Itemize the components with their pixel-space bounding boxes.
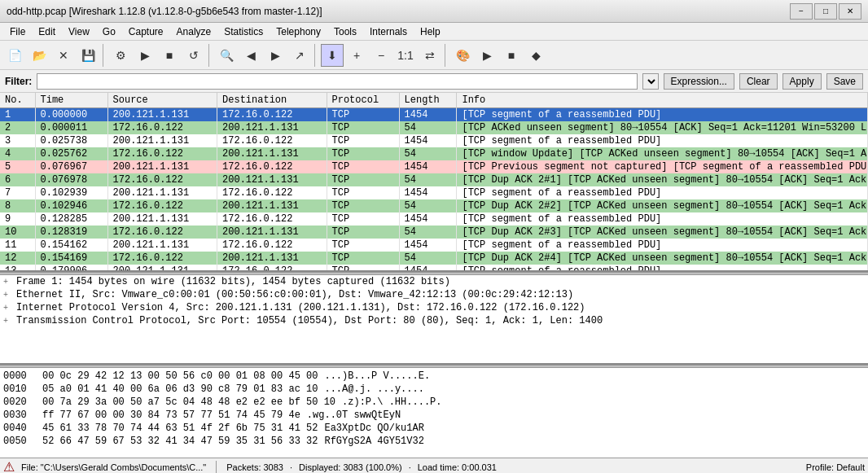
- clear-button[interactable]: Clear: [739, 73, 778, 90]
- detail-row[interactable]: + Frame 1: 1454 bytes on wire (11632 bit…: [0, 275, 868, 288]
- menu-statistics[interactable]: Statistics: [217, 24, 270, 39]
- ignore-button[interactable]: ■: [500, 44, 523, 67]
- save-button[interactable]: 💾: [77, 44, 99, 67]
- menu-tools[interactable]: Tools: [327, 24, 363, 39]
- title-text: odd-http.pcap [Wireshark 1.12.8 (v1.12.8…: [7, 6, 322, 17]
- expand-icon: +: [3, 317, 16, 326]
- detail-row[interactable]: + Ethernet II, Src: Vmware_c0:00:01 (00:…: [0, 288, 868, 301]
- table-row[interactable]: 30.025738200.121.1.131172.16.0.122TCP145…: [0, 134, 868, 147]
- find-packet-button[interactable]: 🔍: [215, 44, 238, 67]
- table-row[interactable]: 20.000011172.16.0.122200.121.1.131TCP54[…: [0, 121, 868, 134]
- packet-list: No. Time Source Destination Protocol Len…: [0, 93, 868, 272]
- window-controls: − □ ✕: [790, 3, 861, 20]
- menu-help[interactable]: Help: [414, 24, 447, 39]
- table-row[interactable]: 60.076978172.16.0.122200.121.1.131TCP54[…: [0, 173, 868, 186]
- table-row[interactable]: 120.154169172.16.0.122200.121.1.131TCP54…: [0, 252, 868, 265]
- next-packet-button[interactable]: ▶: [264, 44, 287, 67]
- table-row[interactable]: 10.000000200.121.1.131172.16.0.122TCP145…: [0, 108, 868, 122]
- table-row[interactable]: 70.102939200.121.1.131172.16.0.122TCP145…: [0, 186, 868, 199]
- prev-packet-button[interactable]: ◀: [239, 44, 262, 67]
- hex-offset: 0030: [3, 409, 36, 421]
- hex-bytes: 45 61 33 78 70 74 44 63 51 4f 2f 6b 75 3…: [42, 423, 318, 434]
- status-sep-1: [216, 461, 217, 474]
- menu-go[interactable]: Go: [96, 24, 122, 39]
- table-row[interactable]: 110.154162200.121.1.131172.16.0.122TCP14…: [0, 239, 868, 252]
- menu-bar: File Edit View Go Capture Analyze Statis…: [0, 23, 868, 41]
- hex-offset: 0050: [3, 436, 36, 447]
- col-info[interactable]: Info: [457, 93, 868, 108]
- table-row[interactable]: 90.128285200.121.1.131172.16.0.122TCP145…: [0, 212, 868, 226]
- hex-bytes: 00 7a 29 3a 00 50 a7 5c 04 48 48 e2 e2 e…: [42, 396, 335, 408]
- load-time: Load time: 0:00.031: [418, 462, 497, 472]
- filter-input[interactable]: [37, 73, 637, 90]
- zoom-out-button[interactable]: −: [370, 44, 392, 67]
- detail-row[interactable]: + Internet Protocol Version 4, Src: 200.…: [0, 301, 868, 314]
- new-capture-button[interactable]: 📄: [3, 44, 26, 67]
- start-capture-button[interactable]: ▶: [134, 44, 156, 67]
- minimize-button[interactable]: −: [790, 3, 813, 20]
- col-time[interactable]: Time: [35, 93, 107, 108]
- maximize-button[interactable]: □: [814, 3, 837, 20]
- detail-text: Ethernet II, Src: Vmware_c0:00:01 (00:50…: [16, 289, 573, 300]
- col-length[interactable]: Length: [399, 93, 457, 108]
- col-source[interactable]: Source: [107, 93, 217, 108]
- menu-view[interactable]: View: [62, 24, 96, 39]
- hex-bytes: ff 77 67 00 00 30 84 73 57 77 51 74 45 7…: [42, 409, 300, 421]
- col-protocol[interactable]: Protocol: [327, 93, 399, 108]
- menu-analyze[interactable]: Analyze: [170, 24, 218, 39]
- table-row[interactable]: 50.076967200.121.1.131172.16.0.122TCP145…: [0, 160, 868, 173]
- set-ref-button[interactable]: ◆: [524, 44, 547, 67]
- status-icon: ⚠: [3, 459, 15, 473]
- table-row[interactable]: 130.179906200.121.1.131172.16.0.122TCP14…: [0, 265, 868, 272]
- mark-button[interactable]: ▶: [476, 44, 498, 67]
- packet-details[interactable]: + Frame 1: 1454 bytes on wire (11632 bit…: [0, 275, 868, 365]
- profile: Profile: Default: [806, 462, 865, 472]
- open-button[interactable]: 📂: [28, 44, 50, 67]
- detail-text: Internet Protocol Version 4, Src: 200.12…: [16, 302, 585, 313]
- table-row[interactable]: 100.128319172.16.0.122200.121.1.131TCP54…: [0, 226, 868, 239]
- hex-row: 0030ff 77 67 00 00 30 84 73 57 77 51 74 …: [3, 409, 865, 422]
- apply-button[interactable]: Apply: [783, 73, 822, 90]
- table-row[interactable]: 80.102946172.16.0.122200.121.1.131TCP54[…: [0, 199, 868, 212]
- hex-row: 002000 7a 29 3a 00 50 a7 5c 04 48 48 e2 …: [3, 396, 865, 409]
- close-button[interactable]: ✕: [839, 3, 861, 20]
- hex-offset: 0000: [3, 370, 36, 382]
- packet-list-container[interactable]: No. Time Source Destination Protocol Len…: [0, 93, 868, 272]
- hex-ascii: RfGYgS2A 4GY51V32: [324, 436, 423, 447]
- status-bar: ⚠ File: "C:\Users\Gerald Combs\Documents…: [0, 458, 868, 473]
- filter-label: Filter:: [5, 76, 32, 87]
- hex-ascii: ...A@.j. ...y....: [324, 383, 423, 395]
- filter-dropdown[interactable]: ▼: [642, 73, 659, 90]
- detail-text: Frame 1: 1454 bytes on wire (11632 bits)…: [16, 276, 450, 287]
- menu-telephony[interactable]: Telephony: [270, 24, 327, 39]
- expression-button[interactable]: Expression...: [664, 73, 734, 90]
- col-destination[interactable]: Destination: [217, 93, 327, 108]
- detail-row[interactable]: + Transmission Control Protocol, Src Por…: [0, 314, 868, 327]
- hex-offset: 0040: [3, 423, 36, 434]
- separator-2: [208, 44, 212, 67]
- separator-3: [314, 44, 318, 67]
- menu-internals[interactable]: Internals: [363, 24, 414, 39]
- restart-capture-button[interactable]: ↺: [182, 44, 205, 67]
- menu-file[interactable]: File: [3, 24, 32, 39]
- resize-columns-button[interactable]: ⇄: [419, 44, 441, 67]
- zoom-in-button[interactable]: +: [345, 44, 368, 67]
- save-filter-button[interactable]: Save: [826, 73, 863, 90]
- status-sep-dot1: ·: [290, 462, 292, 472]
- stop-capture-button[interactable]: ■: [158, 44, 181, 67]
- menu-capture[interactable]: Capture: [122, 24, 170, 39]
- normal-size-button[interactable]: 1:1: [394, 44, 417, 67]
- status-sep-dot2: ·: [409, 462, 411, 472]
- expand-icon: +: [3, 291, 16, 300]
- table-row[interactable]: 40.025762172.16.0.122200.121.1.131TCP54[…: [0, 147, 868, 160]
- colorize-button[interactable]: 🎨: [451, 44, 474, 67]
- go-button[interactable]: ↗: [288, 44, 311, 67]
- hex-dump[interactable]: 000000 0c 29 42 12 13 00 50 56 c0 00 01 …: [0, 368, 868, 458]
- capture-options-button[interactable]: ⚙: [109, 44, 132, 67]
- close-button[interactable]: ✕: [52, 44, 75, 67]
- col-no[interactable]: No.: [0, 93, 35, 108]
- hex-row: 004045 61 33 78 70 74 44 63 51 4f 2f 6b …: [3, 422, 865, 435]
- packets-count: Packets: 3083: [226, 462, 283, 472]
- menu-edit[interactable]: Edit: [32, 24, 62, 39]
- autoscroll-button[interactable]: ⬇: [321, 44, 344, 67]
